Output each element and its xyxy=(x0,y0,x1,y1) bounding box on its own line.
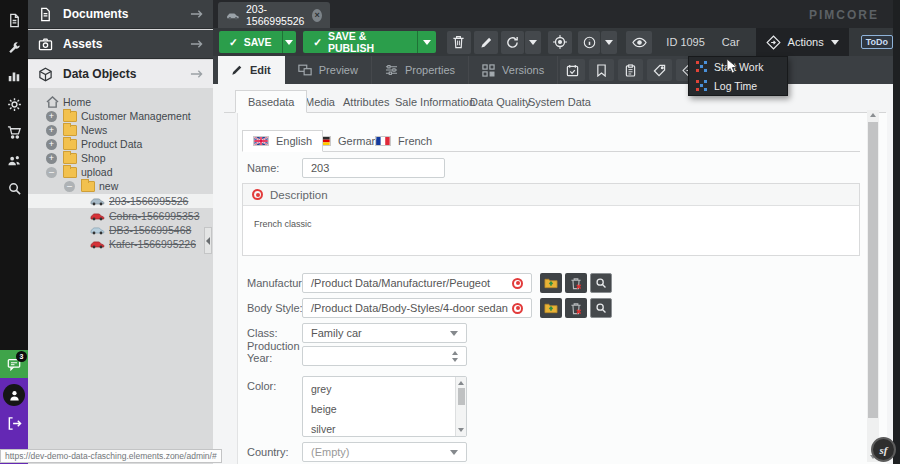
manufacturer-remove-button[interactable] xyxy=(565,273,587,293)
tag-button[interactable] xyxy=(647,59,672,81)
camera-icon xyxy=(38,38,53,51)
notes-clipboard-button[interactable] xyxy=(618,59,643,81)
tree-object-203[interactable]: 203-1566995526 xyxy=(28,194,213,208)
tree-folder-upload[interactable]: upload xyxy=(28,165,213,179)
scrollbar-thumb[interactable] xyxy=(868,122,878,418)
save-dropdown-button[interactable] xyxy=(282,31,297,53)
expand-icon[interactable] xyxy=(46,139,57,150)
folder-icon xyxy=(81,181,95,192)
divider xyxy=(242,151,860,152)
country-select[interactable]: (Empty) xyxy=(302,442,467,462)
edit-mode-tabs: Edit Preview Properties Versions xyxy=(213,56,893,84)
logout-icon[interactable] xyxy=(7,416,22,431)
lang-tab-french[interactable]: French xyxy=(365,130,442,152)
panel-collapse-handle[interactable] xyxy=(204,227,212,254)
info-button[interactable] xyxy=(578,31,600,54)
tree-object-cobra[interactable]: Cobra-1566995353 xyxy=(28,209,213,223)
collapse-icon[interactable] xyxy=(46,167,57,178)
folder-icon xyxy=(63,139,77,150)
description-header: Description xyxy=(243,184,859,206)
schedule-calendar-button[interactable] xyxy=(560,59,585,81)
open-object-tab[interactable]: 203-1566995526 × xyxy=(218,2,330,28)
manufacturer-search-button[interactable] xyxy=(590,273,612,293)
body-style-search-button[interactable] xyxy=(590,298,612,318)
actions-button[interactable]: Actions xyxy=(756,28,849,56)
symfony-profiler-badge[interactable]: sf xyxy=(871,437,896,462)
tab-properties[interactable]: Properties xyxy=(372,56,469,84)
tab-preview[interactable]: Preview xyxy=(285,56,372,84)
tree-folder-product-data[interactable]: Product Data xyxy=(28,137,213,151)
content-scrollbar[interactable] xyxy=(867,110,879,462)
save-button[interactable]: ✓SAVE xyxy=(219,31,296,53)
color-option-beige[interactable]: beige xyxy=(311,403,337,415)
expand-icon[interactable] xyxy=(46,125,57,136)
save-publish-button[interactable]: ✓SAVE & PUBLISH xyxy=(303,31,436,53)
workflow-transition-icon xyxy=(696,80,707,91)
folder-icon xyxy=(63,125,77,136)
tree-folder-customer-management[interactable]: Customer Management xyxy=(28,109,213,123)
reload-button[interactable] xyxy=(501,31,523,54)
sliders-icon xyxy=(385,64,398,76)
delete-button[interactable] xyxy=(447,31,471,54)
settings-icon[interactable] xyxy=(0,90,28,118)
production-year-label: Production Year: xyxy=(247,340,303,364)
ecommerce-icon[interactable] xyxy=(0,118,28,146)
rename-pencil-button[interactable] xyxy=(474,31,498,54)
tab-versions[interactable]: Versions xyxy=(469,56,558,84)
class-label: Class: xyxy=(247,327,278,339)
description-editor[interactable]: French classic xyxy=(243,206,859,242)
production-year-spinner[interactable] xyxy=(302,346,467,366)
name-input[interactable] xyxy=(302,158,445,178)
lang-tab-english[interactable]: English xyxy=(242,130,323,152)
accordion-data-objects[interactable]: Data Objects xyxy=(28,60,213,89)
manufacturer-relation-field[interactable]: /Product Data/Manufacturer/Peugeot xyxy=(302,273,532,293)
tree-folder-shop[interactable]: Shop xyxy=(28,151,213,165)
color-listbox[interactable]: grey beige silver xyxy=(302,376,467,437)
reports-icon[interactable] xyxy=(0,62,28,90)
manufacturer-upload-folder-button[interactable] xyxy=(540,273,562,293)
close-icon[interactable]: × xyxy=(312,9,322,22)
accordion-assets[interactable]: Assets xyxy=(28,30,213,59)
body-style-remove-button[interactable] xyxy=(565,298,587,318)
tab-edit[interactable]: Edit xyxy=(218,56,285,84)
arrow-right-icon xyxy=(190,39,203,49)
preview-eye-button[interactable] xyxy=(626,31,652,54)
subtab-basedata[interactable]: Basedata xyxy=(235,90,307,113)
status-url-tooltip: https://dev-demo-data-cfasching.elements… xyxy=(0,449,222,463)
tree-object-db3[interactable]: DB3-1566995468 xyxy=(28,223,213,237)
tree-folder-new[interactable]: new xyxy=(28,179,213,193)
tree-folder-news[interactable]: News xyxy=(28,123,213,137)
body-style-relation-field[interactable]: /Product Data/Body-Styles/4-door sedan xyxy=(302,298,532,318)
users-icon[interactable] xyxy=(0,146,28,174)
reload-dropdown-button[interactable] xyxy=(525,31,541,54)
car-icon xyxy=(90,225,105,235)
color-label: Color: xyxy=(247,380,276,392)
expand-icon[interactable] xyxy=(46,153,57,164)
left-icon-rail: 3 CO xyxy=(0,0,28,464)
class-select[interactable]: Family car xyxy=(302,323,467,343)
color-option-grey[interactable]: grey xyxy=(311,383,331,395)
listbox-scrollbar[interactable] xyxy=(455,377,466,436)
spinner-arrows-icon[interactable] xyxy=(452,351,458,362)
user-avatar-icon[interactable] xyxy=(3,384,25,406)
car-icon xyxy=(90,239,105,249)
accordion-documents[interactable]: Documents xyxy=(28,0,213,29)
tools-icon[interactable] xyxy=(0,34,28,62)
tree-object-kafer[interactable]: Kafer-1566995226 xyxy=(28,237,213,251)
pimcore-logo: PIMCORE xyxy=(809,8,879,22)
info-dropdown-button[interactable] xyxy=(601,31,617,54)
color-option-silver[interactable]: silver xyxy=(311,423,336,435)
tree-item-home[interactable]: Home xyxy=(28,95,213,109)
collapse-icon[interactable] xyxy=(64,181,75,192)
expand-icon[interactable] xyxy=(46,111,57,122)
menu-item-log-time[interactable]: Log Time xyxy=(689,76,787,95)
body-style-upload-folder-button[interactable] xyxy=(540,298,562,318)
documents-icon[interactable] xyxy=(0,6,28,34)
subtab-system-data[interactable]: System Data xyxy=(516,90,603,113)
target-bullseye-icon xyxy=(512,278,523,289)
save-publish-dropdown-button[interactable] xyxy=(417,31,436,53)
bookmark-button[interactable] xyxy=(589,59,614,81)
locate-in-tree-button[interactable] xyxy=(548,31,572,54)
search-icon[interactable] xyxy=(0,174,28,202)
target-bullseye-icon xyxy=(252,189,263,200)
